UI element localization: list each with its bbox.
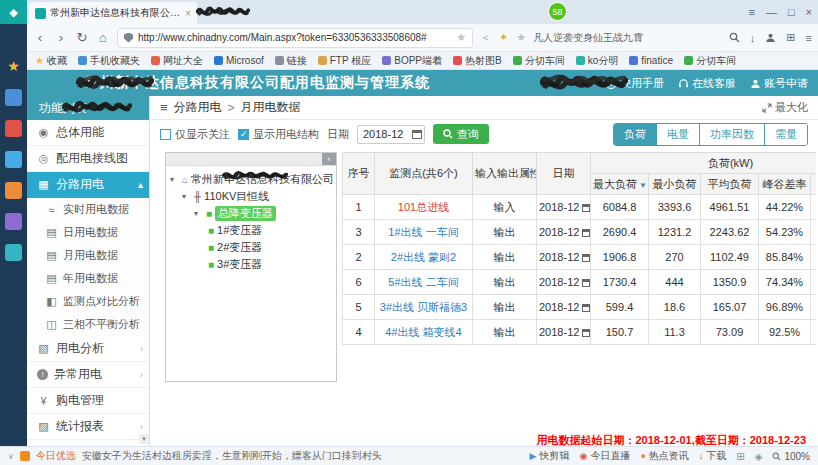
cell-point-link[interactable]: 1#出线 一车间 [375,220,473,245]
promo-link[interactable]: 凡人逆袭变身仙王战九霄 [533,31,643,45]
menu-icon[interactable]: ≡ [748,6,754,18]
status-left-label[interactable]: 今日优选 [36,449,76,463]
cell-point-link[interactable]: 3#出线 贝斯福德3 [375,295,473,320]
cell-point-link[interactable]: 4#出线 箱变线4 [375,320,473,345]
bookmark-item[interactable]: ko分明 [576,54,619,68]
tree-node-transformer[interactable]: ■ 3#变压器 [170,256,332,273]
qq-icon[interactable] [5,151,22,168]
sidebar-item-phase-balance[interactable]: ◫三相不平衡分析 [27,313,149,336]
sidebar-item-branch-power[interactable]: ▦分路用电▴ [27,172,149,198]
news-ticker[interactable]: 安徽女子为生活村边租房卖淫，生意刚刚开始，嫖客从门口排到村头 [82,449,382,463]
tab-close-icon[interactable]: × [185,8,191,19]
sidebar-item-abnormal-power[interactable]: !异常用电› [27,362,149,388]
tree-node-bus[interactable]: ▾ ╫ 110KV目恒线 [170,188,332,205]
sidebar-item-daily-data[interactable]: ▤日用电数据 [27,221,149,244]
col-load-rate[interactable]: 负荷率 [811,174,817,195]
bookmark-item[interactable]: 热射图B [453,54,502,68]
col-peak-valley[interactable]: 峰谷差率 [759,174,811,195]
panel-icon[interactable]: ⊞ [736,451,744,462]
bookmark-item[interactable]: 网址大全 [151,54,203,68]
sidebar-item-point-compare[interactable]: ◧监测点对比分析 [27,290,149,313]
shield-icon[interactable]: ◈ [755,451,763,462]
tree-node-transformer[interactable]: ■ 1#变压器 [170,222,332,239]
user-icon[interactable] [765,32,776,43]
favorite-star-icon[interactable]: ★ [456,31,466,44]
cell-point-link[interactable]: 2#出线 蒙则2 [375,245,473,270]
sidebar-item-monthly-data[interactable]: ▤月用电数据 [27,244,149,267]
status-tool-quick-clip[interactable]: ▶快剪辑 [530,449,570,463]
search-icon[interactable] [729,32,740,43]
sidebar-item-reports[interactable]: ▨统计报表› [27,414,149,440]
favorites-star-icon[interactable]: ★ [5,58,22,75]
tree-node-station[interactable]: ▾ ■ 总降变压器 [170,205,332,222]
breadcrumb-menu-icon[interactable]: ≡ [160,100,168,115]
bookmark-item[interactable]: BOPP端着 [382,54,442,68]
view-tab-power-factor[interactable]: 功率因数 [699,124,764,145]
bookmark-item[interactable]: finatice [629,55,673,66]
sidebar-item-power-analysis[interactable]: ▧用电分析› [27,336,149,362]
cell-point-link[interactable]: 5#出线 二车间 [375,270,473,295]
tree-node-transformer[interactable]: ■ 2#变压器 [170,239,332,256]
only-follow-checkbox[interactable]: 仅显示关注 [160,127,230,142]
view-tab-load[interactable]: 负荷 [614,124,656,145]
maximize-button[interactable]: 最大化 [762,100,808,115]
chat-icon[interactable] [5,244,22,261]
status-tool-hot-news[interactable]: ●热点资讯 [640,449,688,463]
browser-tab[interactable]: 常州新申达信息科技有限公司配用电监测与管理系统 × [29,2,197,24]
account-link[interactable]: 账号申请 [750,76,808,91]
breadcrumb-section[interactable]: 分路用电 [174,99,222,116]
bookmark-item[interactable]: 手机收藏夹 [78,54,140,68]
bookmark-item[interactable]: FTP 根应 [318,54,371,68]
home-icon[interactable]: ⌂ [96,30,110,45]
download-icon[interactable]: ↓ [750,32,756,44]
sidebar-item-realtime-data[interactable]: ≈实时用电数据 [27,198,149,221]
sort-desc-icon[interactable]: ▼ [639,181,647,190]
calendar-icon[interactable] [412,129,422,139]
bookmark-item[interactable]: 分切车间 [513,54,565,68]
zoom-control[interactable]: 100% [772,451,810,462]
apps-grid-icon[interactable]: ⊞ [786,31,795,44]
tree-node-company[interactable]: ▾ ⌂ 常州新申达信息科技有限公司 [170,171,332,188]
sidebar-item-purchase-mgmt[interactable]: ¥购电管理 [27,388,149,414]
share-icon[interactable]: ＜ [480,30,491,45]
status-toggle-icon[interactable]: ∨ [8,452,14,461]
collect-icon[interactable]: ★ [516,31,526,44]
sidebar-item-wiring-diagram[interactable]: ◎配用电接线图 [27,146,149,172]
query-button[interactable]: 查询 [433,124,489,144]
plugin-icon[interactable]: ✦ [499,31,508,44]
url-bar[interactable]: http://www.chinadny.com/Main.aspx?token=… [117,28,473,48]
caret-down-icon[interactable]: ▾ [170,175,179,184]
sidebar-item-overall-energy[interactable]: ◉总体用能 [27,120,149,146]
cell-point-link[interactable]: 101总进线 [375,195,473,220]
date-picker[interactable] [357,125,425,144]
browser-logo-icon[interactable]: ◆ [0,0,27,24]
speed-badge[interactable]: 58 [548,2,567,21]
weibo-icon[interactable] [5,120,22,137]
collapse-panel-icon[interactable]: ‹ [322,153,336,165]
login-user-icon[interactable] [5,89,22,106]
back-icon[interactable]: ‹ [33,30,47,45]
view-tab-energy[interactable]: 电量 [656,124,699,145]
restore-icon[interactable]: □ [788,6,795,18]
bookmark-item[interactable]: 分切车间 [684,54,736,68]
forward-icon[interactable]: › [54,30,68,45]
news-icon[interactable] [5,182,22,199]
browser-menu-icon[interactable]: ≡ [806,32,812,44]
video-icon[interactable] [5,213,22,230]
bookmark-item[interactable]: 链接 [275,54,307,68]
close-icon[interactable]: × [806,6,812,18]
view-tab-demand[interactable]: 需量 [764,124,807,145]
caret-down-icon[interactable]: ▾ [194,209,203,218]
status-tool-live[interactable]: ◉今日直播 [580,449,631,463]
status-tool-download[interactable]: ↓下载 [699,449,727,463]
col-min-load[interactable]: 最小负荷 [649,174,701,195]
sidebar-item-yearly-data[interactable]: ▤年用电数据 [27,267,149,290]
caret-down-icon[interactable]: ▾ [182,192,191,201]
refresh-icon[interactable]: ↻ [75,30,89,45]
sidebar-scroll-down-icon[interactable]: ▾ [139,434,149,444]
bookmark-item[interactable]: Microsof [214,55,264,66]
minimize-icon[interactable]: — [766,6,777,18]
new-tab-button[interactable]: + [205,3,213,18]
manual-link[interactable]: ? 使用手册 [605,76,664,91]
col-max-load[interactable]: 最大负荷▼ [591,174,649,195]
